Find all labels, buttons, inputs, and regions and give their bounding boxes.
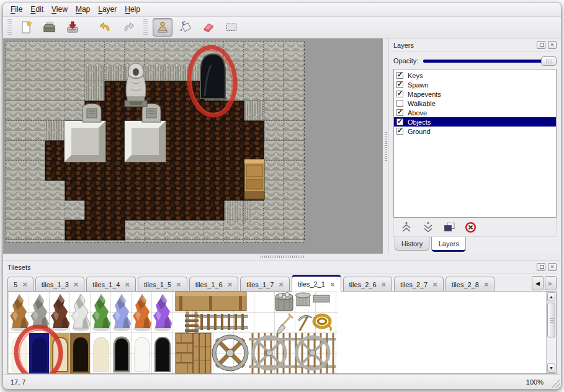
move-layer-up-button[interactable] xyxy=(400,221,413,233)
tile-crystal-orange[interactable] xyxy=(133,294,151,331)
tab-close-icon[interactable]: × xyxy=(432,280,437,288)
tileset-view[interactable]: ▲ ▼ xyxy=(7,291,557,374)
tileset-image[interactable] xyxy=(8,292,338,373)
tileset-tab[interactable]: tiles_1_6 × xyxy=(189,277,239,292)
tile-wood-ledge[interactable] xyxy=(176,292,246,311)
tab-close-icon[interactable]: × xyxy=(484,280,489,288)
tab-close-icon[interactable]: × xyxy=(74,280,79,288)
tile-arch-cream[interactable] xyxy=(94,337,109,372)
tile-stalagmite-ice[interactable] xyxy=(71,294,90,331)
tile-stalagmite-green[interactable] xyxy=(92,294,110,331)
tile-rope-coil[interactable] xyxy=(314,315,331,331)
undo-button[interactable] xyxy=(96,18,115,37)
layer-row[interactable]: ✓ Walkable xyxy=(394,99,556,108)
layer-row[interactable]: ✓ Objects xyxy=(394,117,556,127)
tab-scroll-right-button[interactable]: ▶ xyxy=(545,276,557,290)
tileset-tab[interactable]: tiles_2_1 × xyxy=(292,275,341,292)
vertical-splitter[interactable] xyxy=(383,38,388,254)
new-file-button[interactable] xyxy=(17,18,37,37)
tile-shovel[interactable] xyxy=(277,314,293,333)
menu-item[interactable]: File xyxy=(11,5,22,14)
tile-track-junction[interactable] xyxy=(249,333,336,373)
open-button[interactable] xyxy=(40,18,60,37)
tab-close-icon[interactable]: × xyxy=(228,280,233,288)
menu-item[interactable]: Help xyxy=(125,5,140,14)
layer-row[interactable]: ✓ Ground xyxy=(394,127,556,136)
tile-barrel-skulls[interactable] xyxy=(275,293,293,311)
dock-tab[interactable]: Layers xyxy=(431,237,466,252)
tile-stalagmite-umber[interactable] xyxy=(51,294,69,331)
tile-cart-wheel[interactable] xyxy=(212,335,248,371)
tile-crystal-purple[interactable] xyxy=(153,294,172,331)
menu-item[interactable]: Layer xyxy=(98,5,117,14)
tile-planks[interactable] xyxy=(176,333,211,373)
tileset-tab[interactable]: 5 × xyxy=(7,277,34,292)
tab-close-icon[interactable]: × xyxy=(279,280,284,288)
layer-row[interactable]: ✓ Above xyxy=(394,108,556,117)
tile-rail-vertical[interactable] xyxy=(185,312,199,332)
toolbar-drag-handle[interactable] xyxy=(143,19,148,35)
layer-visibility-checkbox[interactable]: ✓ xyxy=(396,128,403,135)
layer-list[interactable]: ✓ Keys ✓ Spawn ✓ Mapevents ✓ Walkable ✓ … xyxy=(393,69,557,218)
dock-tab[interactable]: History xyxy=(395,237,429,251)
move-layer-down-button[interactable] xyxy=(422,221,434,233)
tile-pickaxe[interactable] xyxy=(298,315,312,331)
redo-button[interactable] xyxy=(119,18,138,37)
layer-visibility-checkbox[interactable]: ✓ xyxy=(396,118,403,125)
scroll-up-icon[interactable]: ▲ xyxy=(547,292,555,301)
tileset-tab[interactable]: tiles_1_4 × xyxy=(86,277,136,292)
tileset-tab[interactable]: tiles_2_7 × xyxy=(394,277,444,292)
float-panel-icon[interactable] xyxy=(537,41,545,49)
tileset-tab[interactable]: tiles_1_5 × xyxy=(138,277,187,292)
tab-close-icon[interactable]: × xyxy=(176,280,181,288)
scrollbar-thumb[interactable] xyxy=(547,303,555,337)
toolbar-drag-handle[interactable] xyxy=(7,19,12,35)
layer-row[interactable]: ✓ Mapevents xyxy=(394,89,556,99)
opacity-slider-track[interactable] xyxy=(423,60,554,63)
tile-crystal-blue[interactable] xyxy=(112,294,131,331)
tile-cave-mouth-round[interactable] xyxy=(155,337,170,372)
tile-arch-white[interactable] xyxy=(135,337,150,372)
tile-doorway-arch[interactable] xyxy=(73,337,88,372)
tileset-tab[interactable]: tiles_1_7 × xyxy=(240,277,290,292)
tileset-tab[interactable]: tiles_2_6 × xyxy=(343,277,393,292)
tab-close-icon[interactable]: × xyxy=(382,280,387,288)
tile-selected-tile-arch[interactable] xyxy=(32,337,47,372)
menu-item[interactable]: Map xyxy=(76,5,90,14)
map-canvas[interactable] xyxy=(6,42,305,243)
layer-visibility-checkbox[interactable]: ✓ xyxy=(396,109,403,116)
opacity-slider[interactable] xyxy=(423,56,557,66)
save-button[interactable] xyxy=(63,18,83,37)
tileset-tab[interactable]: tiles_1_3 × xyxy=(35,277,85,292)
map-viewport[interactable] xyxy=(3,38,383,254)
float-panel-icon[interactable] xyxy=(537,263,545,271)
fill-tool-button[interactable] xyxy=(176,18,195,37)
close-panel-icon[interactable]: × xyxy=(548,263,557,271)
horizontal-splitter[interactable] xyxy=(3,254,561,260)
layer-visibility-checkbox[interactable]: ✓ xyxy=(396,100,403,107)
tab-close-icon[interactable]: × xyxy=(330,280,335,288)
scroll-down-icon[interactable]: ▼ xyxy=(547,363,555,373)
stamp-tool-button[interactable] xyxy=(153,18,172,37)
tile-gray-beam[interactable] xyxy=(313,295,329,302)
eraser-tool-button[interactable] xyxy=(199,18,218,37)
tile-stalagmite-gold[interactable] xyxy=(10,294,29,331)
layer-visibility-checkbox[interactable]: ✓ xyxy=(396,91,403,97)
tileset-tab[interactable]: tiles_2_8 × xyxy=(445,277,495,292)
tab-close-icon[interactable]: × xyxy=(125,280,130,288)
menu-item[interactable]: Edit xyxy=(30,5,43,14)
tile-cave-mouth[interactable] xyxy=(114,337,129,372)
tab-scroll-left-button[interactable]: ◀ xyxy=(532,276,544,290)
layer-row[interactable]: ✓ Keys xyxy=(394,71,556,80)
delete-layer-button[interactable] xyxy=(465,221,477,233)
rect-select-tool-button[interactable] xyxy=(222,18,241,37)
opacity-slider-thumb[interactable] xyxy=(541,56,557,66)
layer-row[interactable]: ✓ Spawn xyxy=(394,80,556,89)
tab-close-icon[interactable]: × xyxy=(22,280,27,288)
close-panel-icon[interactable]: × xyxy=(548,41,557,49)
tile-stone-column[interactable] xyxy=(296,293,311,306)
tile-rail-horizontal[interactable] xyxy=(198,314,248,330)
duplicate-layer-button[interactable] xyxy=(444,222,455,233)
menu-item[interactable]: View xyxy=(51,5,68,14)
tileset-scrollbar[interactable]: ▲ ▼ xyxy=(546,292,556,373)
